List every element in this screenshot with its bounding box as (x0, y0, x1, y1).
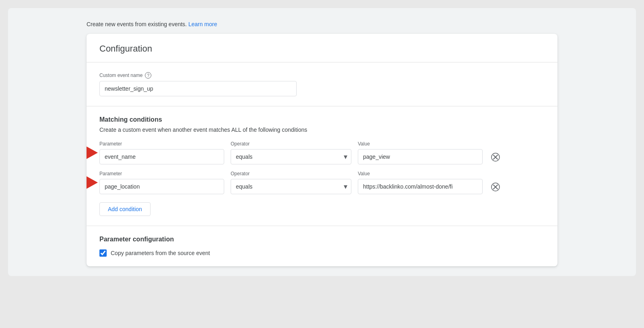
config-title: Configuration (87, 34, 557, 62)
matching-conditions-section: Matching conditions Create a custom even… (87, 106, 557, 226)
param-col-1: Parameter (99, 141, 224, 164)
value-label-1: Value (358, 141, 483, 147)
page-wrapper: Create new events from existing events. … (8, 8, 636, 276)
arrow-head-1 (87, 145, 98, 161)
checkbox-row: Copy parameters from the source event (99, 249, 545, 257)
value-label-2: Value (358, 171, 483, 176)
param-col-2: Parameter (99, 171, 224, 194)
value-input-1[interactable] (358, 149, 483, 164)
param-input-1[interactable] (99, 149, 224, 164)
config-card: Configuration Custom event name ? Matchi… (87, 34, 557, 266)
matching-conditions-title: Matching conditions (99, 116, 545, 123)
custom-event-label: Custom event name (99, 73, 142, 78)
remove-icon-2 (491, 182, 500, 192)
value-input-2[interactable] (358, 179, 483, 194)
parameter-config-section: Parameter configuration Copy parameters … (87, 226, 557, 266)
param-label-1: Parameter (99, 141, 224, 147)
custom-event-section: Custom event name ? (87, 62, 557, 106)
conditions-wrapper: Parameter Operator equals cont (99, 141, 545, 194)
value-col-2: Value (358, 171, 483, 194)
remove-icon-1 (491, 152, 500, 162)
operator-select-wrapper-1: equals contains starts with ends with do… (231, 149, 351, 164)
operator-select-2[interactable]: equals contains starts with ends with do… (231, 179, 351, 194)
param-label-2: Parameter (99, 171, 224, 176)
custom-event-name-input[interactable] (99, 81, 297, 96)
condition-row-wrapper-2: Parameter Operator equals cont (99, 171, 545, 194)
condition-row-1: Parameter Operator equals cont (99, 141, 545, 164)
copy-params-checkbox[interactable] (99, 249, 107, 257)
remove-condition-2[interactable] (489, 181, 502, 193)
operator-col-2: Operator equals contains starts with end… (231, 171, 351, 194)
top-notice: Create new events from existing events. … (8, 18, 636, 34)
arrow-head-2 (87, 174, 98, 191)
remove-condition-1[interactable] (489, 151, 502, 164)
value-col-1: Value (358, 141, 483, 164)
top-notice-text: Create new events from existing events. (87, 21, 187, 27)
condition-row-2: Parameter Operator equals cont (99, 171, 545, 194)
matching-conditions-desc: Create a custom event when another event… (99, 127, 545, 133)
param-config-title: Parameter configuration (99, 236, 545, 243)
operator-label-1: Operator (231, 141, 351, 147)
operator-select-1[interactable]: equals contains starts with ends with do… (231, 149, 351, 164)
condition-row-wrapper-1: Parameter Operator equals cont (99, 141, 545, 164)
arrow-1 (87, 145, 98, 161)
operator-label-2: Operator (231, 171, 351, 176)
add-condition-button[interactable]: Add condition (99, 202, 151, 216)
copy-params-label[interactable]: Copy parameters from the source event (111, 250, 210, 256)
custom-event-label-row: Custom event name ? (99, 72, 545, 79)
red-arrow-2 (87, 174, 98, 191)
param-input-2[interactable] (99, 179, 224, 194)
operator-col-1: Operator equals contains starts with end… (231, 141, 351, 164)
arrow-2 (87, 174, 98, 191)
learn-more-link[interactable]: Learn more (188, 21, 217, 27)
operator-select-wrapper-2: equals contains starts with ends with do… (231, 179, 351, 194)
help-icon[interactable]: ? (145, 72, 151, 79)
red-arrow-1 (87, 145, 98, 161)
